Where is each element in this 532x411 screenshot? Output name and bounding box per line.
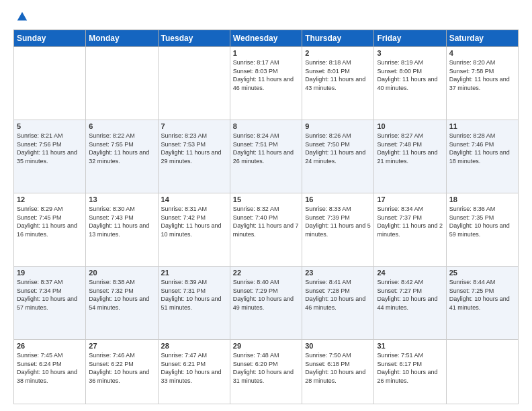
day-info: Sunrise: 8:24 AM Sunset: 7:51 PM Dayligh… <box>233 132 299 165</box>
calendar-cell: 28Sunrise: 7:47 AM Sunset: 6:21 PM Dayli… <box>158 340 230 404</box>
day-info: Sunrise: 8:40 AM Sunset: 7:29 PM Dayligh… <box>233 278 299 312</box>
calendar: SundayMondayTuesdayWednesdayThursdayFrid… <box>13 30 519 404</box>
calendar-cell: 22Sunrise: 8:40 AM Sunset: 7:29 PM Dayli… <box>230 267 302 340</box>
calendar-cell: 26Sunrise: 7:45 AM Sunset: 6:24 PM Dayli… <box>14 340 86 404</box>
calendar-cell: 15Sunrise: 8:32 AM Sunset: 7:40 PM Dayli… <box>230 193 302 267</box>
calendar-cell: 27Sunrise: 7:46 AM Sunset: 6:22 PM Dayli… <box>86 340 158 404</box>
day-info: Sunrise: 7:46 AM Sunset: 6:22 PM Dayligh… <box>89 351 154 385</box>
header-monday: Monday <box>86 30 158 47</box>
day-number: 25 <box>449 269 515 277</box>
day-info: Sunrise: 8:36 AM Sunset: 7:35 PM Dayligh… <box>449 205 515 238</box>
day-info: Sunrise: 8:42 AM Sunset: 7:27 PM Dayligh… <box>377 278 443 312</box>
day-info: Sunrise: 8:26 AM Sunset: 7:50 PM Dayligh… <box>305 132 371 165</box>
day-number: 26 <box>17 342 83 350</box>
calendar-cell: 6Sunrise: 8:22 AM Sunset: 7:55 PM Daylig… <box>86 120 158 193</box>
day-number: 23 <box>305 269 371 277</box>
day-info: Sunrise: 8:34 AM Sunset: 7:37 PM Dayligh… <box>377 205 443 238</box>
logo-text <box>13 11 28 23</box>
day-number: 13 <box>89 195 154 203</box>
day-info: Sunrise: 8:41 AM Sunset: 7:28 PM Dayligh… <box>305 278 371 312</box>
header-thursday: Thursday <box>302 30 374 47</box>
calendar-cell <box>158 47 230 120</box>
calendar-cell: 29Sunrise: 7:48 AM Sunset: 6:20 PM Dayli… <box>230 340 302 404</box>
calendar-cell: 1Sunrise: 8:17 AM Sunset: 8:03 PM Daylig… <box>230 47 302 120</box>
day-number: 27 <box>89 342 154 350</box>
calendar-cell <box>446 340 518 404</box>
header-sunday: Sunday <box>14 30 86 47</box>
calendar-cell: 11Sunrise: 8:28 AM Sunset: 7:46 PM Dayli… <box>446 120 518 193</box>
calendar-week-3: 19Sunrise: 8:37 AM Sunset: 7:34 PM Dayli… <box>14 267 519 340</box>
day-number: 19 <box>17 269 83 277</box>
calendar-week-4: 26Sunrise: 7:45 AM Sunset: 6:24 PM Dayli… <box>14 340 519 404</box>
calendar-cell: 13Sunrise: 8:30 AM Sunset: 7:43 PM Dayli… <box>86 193 158 267</box>
day-info: Sunrise: 8:27 AM Sunset: 7:48 PM Dayligh… <box>377 132 443 165</box>
day-info: Sunrise: 8:19 AM Sunset: 8:00 PM Dayligh… <box>377 58 443 92</box>
day-number: 1 <box>233 49 299 57</box>
calendar-cell: 24Sunrise: 8:42 AM Sunset: 7:27 PM Dayli… <box>374 267 446 340</box>
day-number: 20 <box>89 269 154 277</box>
day-info: Sunrise: 7:45 AM Sunset: 6:24 PM Dayligh… <box>17 351 83 385</box>
day-info: Sunrise: 7:50 AM Sunset: 6:18 PM Dayligh… <box>305 351 371 385</box>
day-number: 4 <box>449 49 515 57</box>
calendar-cell: 9Sunrise: 8:26 AM Sunset: 7:50 PM Daylig… <box>302 120 374 193</box>
day-info: Sunrise: 8:32 AM Sunset: 7:40 PM Dayligh… <box>233 205 299 238</box>
logo-icon <box>16 11 28 23</box>
calendar-cell: 8Sunrise: 8:24 AM Sunset: 7:51 PM Daylig… <box>230 120 302 193</box>
header-tuesday: Tuesday <box>158 30 230 47</box>
day-info: Sunrise: 8:20 AM Sunset: 7:58 PM Dayligh… <box>449 58 515 92</box>
calendar-week-1: 5Sunrise: 8:21 AM Sunset: 7:56 PM Daylig… <box>14 120 519 193</box>
header-saturday: Saturday <box>446 30 518 47</box>
day-number: 30 <box>305 342 371 350</box>
day-info: Sunrise: 8:23 AM Sunset: 7:53 PM Dayligh… <box>161 132 227 165</box>
logo <box>13 11 28 23</box>
calendar-cell: 3Sunrise: 8:19 AM Sunset: 8:00 PM Daylig… <box>374 47 446 120</box>
calendar-cell <box>14 47 86 120</box>
day-info: Sunrise: 8:22 AM Sunset: 7:55 PM Dayligh… <box>89 132 154 165</box>
calendar-cell: 20Sunrise: 8:38 AM Sunset: 7:32 PM Dayli… <box>86 267 158 340</box>
calendar-cell: 17Sunrise: 8:34 AM Sunset: 7:37 PM Dayli… <box>374 193 446 267</box>
day-number: 8 <box>233 122 299 130</box>
day-number: 10 <box>377 122 443 130</box>
calendar-cell: 7Sunrise: 8:23 AM Sunset: 7:53 PM Daylig… <box>158 120 230 193</box>
calendar-week-0: 1Sunrise: 8:17 AM Sunset: 8:03 PM Daylig… <box>14 47 519 120</box>
day-number: 15 <box>233 195 299 203</box>
day-number: 6 <box>89 122 154 130</box>
day-info: Sunrise: 8:21 AM Sunset: 7:56 PM Dayligh… <box>17 132 83 165</box>
day-info: Sunrise: 8:39 AM Sunset: 7:31 PM Dayligh… <box>161 278 227 312</box>
day-number: 2 <box>305 49 371 57</box>
calendar-week-2: 12Sunrise: 8:29 AM Sunset: 7:45 PM Dayli… <box>14 193 519 267</box>
day-info: Sunrise: 8:44 AM Sunset: 7:25 PM Dayligh… <box>449 278 515 312</box>
day-info: Sunrise: 8:38 AM Sunset: 7:32 PM Dayligh… <box>89 278 154 312</box>
day-info: Sunrise: 8:29 AM Sunset: 7:45 PM Dayligh… <box>17 205 83 238</box>
day-number: 5 <box>17 122 83 130</box>
calendar-cell: 23Sunrise: 8:41 AM Sunset: 7:28 PM Dayli… <box>302 267 374 340</box>
day-number: 17 <box>377 195 443 203</box>
day-number: 31 <box>377 342 443 350</box>
page: SundayMondayTuesdayWednesdayThursdayFrid… <box>0 0 532 411</box>
calendar-cell: 18Sunrise: 8:36 AM Sunset: 7:35 PM Dayli… <box>446 193 518 267</box>
day-number: 21 <box>161 269 227 277</box>
day-number: 7 <box>161 122 227 130</box>
day-number: 11 <box>449 122 515 130</box>
day-info: Sunrise: 7:51 AM Sunset: 6:17 PM Dayligh… <box>377 351 443 385</box>
calendar-header-row: SundayMondayTuesdayWednesdayThursdayFrid… <box>14 30 519 47</box>
header-friday: Friday <box>374 30 446 47</box>
day-number: 16 <box>305 195 371 203</box>
day-info: Sunrise: 8:18 AM Sunset: 8:01 PM Dayligh… <box>305 58 371 92</box>
day-number: 29 <box>233 342 299 350</box>
calendar-cell: 21Sunrise: 8:39 AM Sunset: 7:31 PM Dayli… <box>158 267 230 340</box>
calendar-cell <box>86 47 158 120</box>
day-info: Sunrise: 8:31 AM Sunset: 7:42 PM Dayligh… <box>161 205 227 238</box>
calendar-cell: 30Sunrise: 7:50 AM Sunset: 6:18 PM Dayli… <box>302 340 374 404</box>
header <box>13 11 519 23</box>
calendar-cell: 5Sunrise: 8:21 AM Sunset: 7:56 PM Daylig… <box>14 120 86 193</box>
calendar-cell: 10Sunrise: 8:27 AM Sunset: 7:48 PM Dayli… <box>374 120 446 193</box>
calendar-cell: 2Sunrise: 8:18 AM Sunset: 8:01 PM Daylig… <box>302 47 374 120</box>
calendar-cell: 12Sunrise: 8:29 AM Sunset: 7:45 PM Dayli… <box>14 193 86 267</box>
day-number: 9 <box>305 122 371 130</box>
calendar-cell: 19Sunrise: 8:37 AM Sunset: 7:34 PM Dayli… <box>14 267 86 340</box>
day-info: Sunrise: 8:28 AM Sunset: 7:46 PM Dayligh… <box>449 132 515 165</box>
day-number: 22 <box>233 269 299 277</box>
day-number: 18 <box>449 195 515 203</box>
calendar-cell: 4Sunrise: 8:20 AM Sunset: 7:58 PM Daylig… <box>446 47 518 120</box>
